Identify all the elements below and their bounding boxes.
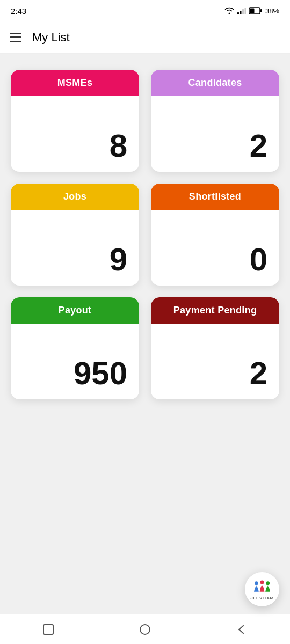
battery-icon	[249, 7, 262, 14]
svg-rect-3	[244, 8, 246, 14]
card-msmes-body: 8	[11, 96, 139, 172]
svg-rect-2	[242, 9, 244, 14]
card-shortlisted-label: Shortlisted	[189, 191, 241, 202]
battery-percent: 38%	[265, 7, 279, 15]
card-jobs[interactable]: Jobs9	[11, 184, 139, 286]
card-candidates-header: Candidates	[151, 70, 279, 96]
card-payout-body: 950	[11, 324, 139, 399]
card-payment-pending[interactable]: Payment Pending2	[151, 297, 279, 399]
card-payment-pending-header: Payment Pending	[151, 297, 279, 324]
back-nav-icon	[236, 624, 248, 635]
card-candidates-body: 2	[151, 96, 279, 172]
svg-rect-10	[44, 625, 53, 634]
card-candidates-label: Candidates	[188, 77, 242, 88]
nav-square-button[interactable]	[35, 619, 62, 640]
status-icons: 38%	[224, 7, 279, 15]
status-time: 2:43	[11, 6, 26, 16]
jeevitam-logo-icon	[251, 579, 273, 595]
card-jobs-label: Jobs	[63, 191, 86, 202]
menu-button[interactable]	[10, 33, 21, 42]
card-payout[interactable]: Payout950	[11, 297, 139, 399]
bottom-nav	[0, 614, 290, 644]
card-payment-pending-label: Payment Pending	[173, 305, 257, 316]
card-shortlisted-value: 0	[250, 244, 267, 276]
card-payment-pending-body: 2	[151, 324, 279, 399]
card-jobs-body: 9	[11, 210, 139, 286]
svg-rect-5	[260, 9, 262, 12]
nav-circle-button[interactable]	[132, 619, 158, 640]
svg-point-11	[140, 625, 150, 634]
top-nav: My List	[0, 21, 290, 54]
signal-icon	[237, 7, 246, 14]
circle-nav-icon	[139, 624, 151, 635]
svg-point-9	[266, 581, 270, 585]
card-payout-label: Payout	[59, 305, 92, 316]
fab-button[interactable]: JEEVITAM	[245, 572, 279, 606]
card-msmes-label: MSMEs	[57, 77, 93, 88]
nav-back-button[interactable]	[228, 619, 255, 640]
card-shortlisted[interactable]: Shortlisted0	[151, 184, 279, 286]
card-shortlisted-header: Shortlisted	[151, 184, 279, 210]
card-msmes-header: MSMEs	[11, 70, 139, 96]
wifi-icon	[224, 7, 234, 14]
fab-label: JEEVITAM	[250, 596, 273, 601]
card-shortlisted-body: 0	[151, 210, 279, 286]
card-payout-value: 950	[74, 357, 127, 390]
card-jobs-header: Jobs	[11, 184, 139, 210]
card-jobs-value: 9	[110, 244, 127, 276]
svg-rect-1	[240, 11, 241, 14]
svg-rect-0	[237, 12, 239, 14]
svg-point-7	[255, 581, 258, 585]
card-msmes[interactable]: MSMEs8	[11, 70, 139, 172]
svg-point-8	[260, 580, 264, 584]
svg-rect-6	[250, 9, 254, 13]
status-bar: 2:43 38%	[0, 0, 290, 21]
card-candidates[interactable]: Candidates2	[151, 70, 279, 172]
cards-grid: MSMEs8Candidates2Jobs9Shortlisted0Payout…	[0, 54, 290, 410]
card-candidates-value: 2	[250, 130, 267, 162]
card-payout-header: Payout	[11, 297, 139, 324]
page-title: My List	[32, 31, 70, 45]
card-payment-pending-value: 2	[250, 357, 267, 390]
square-nav-icon	[42, 624, 54, 635]
card-msmes-value: 8	[110, 130, 127, 162]
